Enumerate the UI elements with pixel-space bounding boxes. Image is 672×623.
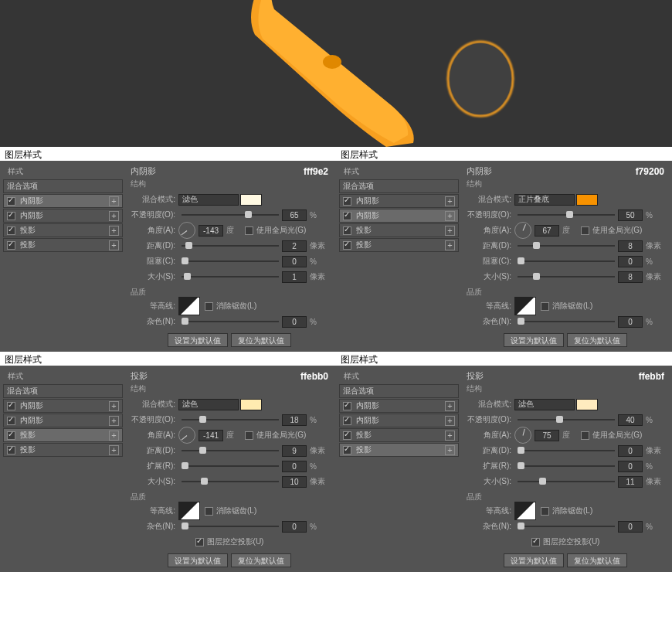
effect-checkbox[interactable]: [343, 431, 351, 440]
effect-item-innerShadow[interactable]: 内阴影 +: [3, 209, 123, 223]
color-swatch[interactable]: [576, 194, 598, 206]
reset-default-button[interactable]: 复位为默认值: [567, 333, 627, 347]
contour-picker[interactable]: [514, 502, 536, 520]
effect-item-innerShadow[interactable]: 内阴影 +: [339, 399, 459, 413]
add-effect-icon[interactable]: +: [445, 211, 455, 221]
choke-spread-value[interactable]: 0: [618, 461, 643, 472]
angle-dial[interactable]: [514, 222, 531, 239]
opacity-value[interactable]: 18: [282, 414, 307, 426]
effect-checkbox[interactable]: [343, 417, 351, 425]
effect-checkbox[interactable]: [7, 197, 15, 206]
effect-checkbox[interactable]: [343, 197, 351, 206]
set-default-button[interactable]: 设置为默认值: [168, 333, 228, 347]
add-effect-icon[interactable]: +: [445, 196, 455, 206]
antialias-checkbox[interactable]: [205, 302, 213, 311]
slider[interactable]: [182, 210, 279, 220]
distance-value[interactable]: 9: [282, 445, 307, 457]
blend-mode-select[interactable]: 滤色: [178, 194, 239, 206]
blend-mode-select[interactable]: 滤色: [514, 399, 575, 410]
angle-value[interactable]: 67: [535, 225, 559, 237]
effect-checkbox[interactable]: [7, 402, 15, 410]
noise-value[interactable]: 0: [282, 521, 307, 533]
add-effect-icon[interactable]: +: [445, 226, 455, 236]
choke-spread-value[interactable]: 0: [282, 461, 307, 472]
effect-item-innerShadow[interactable]: 内阴影 +: [339, 194, 459, 208]
contour-picker[interactable]: [514, 297, 536, 315]
color-swatch[interactable]: [240, 194, 262, 206]
slider[interactable]: [518, 446, 615, 455]
add-effect-icon[interactable]: +: [445, 416, 455, 426]
blend-options-item[interactable]: 混合选项: [3, 384, 123, 398]
global-light-checkbox[interactable]: [245, 431, 253, 440]
choke-spread-value[interactable]: 0: [282, 256, 307, 267]
slider[interactable]: [518, 257, 615, 266]
angle-dial[interactable]: [178, 222, 195, 239]
antialias-checkbox[interactable]: [541, 507, 549, 516]
effect-item-dropShadow[interactable]: 投影 +: [3, 223, 123, 237]
color-swatch[interactable]: [240, 399, 262, 410]
add-effect-icon[interactable]: +: [445, 240, 455, 250]
add-effect-icon[interactable]: +: [445, 431, 455, 441]
effect-checkbox[interactable]: [7, 417, 15, 425]
add-effect-icon[interactable]: +: [109, 401, 119, 411]
slider[interactable]: [182, 477, 279, 486]
slider[interactable]: [182, 415, 279, 424]
reset-default-button[interactable]: 复位为默认值: [231, 553, 291, 567]
noise-value[interactable]: 0: [282, 316, 307, 328]
opacity-value[interactable]: 50: [618, 209, 643, 221]
add-effect-icon[interactable]: +: [109, 445, 119, 455]
angle-dial[interactable]: [178, 427, 195, 444]
size-value[interactable]: 10: [282, 476, 307, 488]
global-light-checkbox[interactable]: [245, 226, 253, 235]
distance-value[interactable]: 8: [618, 240, 643, 252]
color-swatch[interactable]: [576, 399, 598, 410]
effect-item-dropShadow[interactable]: 投影 +: [339, 443, 459, 457]
effect-item-dropShadow[interactable]: 投影 +: [3, 428, 123, 442]
angle-dial[interactable]: [514, 427, 531, 444]
effect-item-dropShadow[interactable]: 投影 +: [339, 428, 459, 442]
effect-checkbox[interactable]: [343, 241, 351, 250]
slider[interactable]: [518, 241, 615, 250]
reset-default-button[interactable]: 复位为默认值: [231, 333, 291, 347]
blend-options-item[interactable]: 混合选项: [339, 384, 459, 398]
antialias-checkbox[interactable]: [541, 302, 549, 311]
effect-checkbox[interactable]: [7, 446, 15, 454]
noise-value[interactable]: 0: [618, 521, 643, 533]
effect-checkbox[interactable]: [343, 226, 351, 235]
size-value[interactable]: 1: [282, 271, 307, 283]
effect-item-dropShadow[interactable]: 投影 +: [339, 223, 459, 237]
effect-item-innerShadow[interactable]: 内阴影 +: [3, 399, 123, 413]
slider[interactable]: [518, 210, 615, 220]
size-value[interactable]: 8: [618, 271, 643, 283]
slider[interactable]: [518, 477, 615, 486]
effect-checkbox[interactable]: [343, 446, 351, 454]
set-default-button[interactable]: 设置为默认值: [504, 333, 564, 347]
blend-mode-select[interactable]: 滤色: [178, 399, 239, 410]
slider[interactable]: [182, 317, 279, 326]
knockout-checkbox[interactable]: [195, 538, 204, 546]
size-value[interactable]: 11: [618, 476, 643, 488]
knockout-checkbox[interactable]: [531, 538, 540, 546]
blend-options-item[interactable]: 混合选项: [339, 179, 459, 193]
effect-item-innerShadow[interactable]: 内阴影 +: [3, 194, 123, 208]
effect-checkbox[interactable]: [343, 212, 351, 220]
angle-value[interactable]: 75: [535, 430, 559, 441]
slider[interactable]: [182, 522, 279, 531]
global-light-checkbox[interactable]: [581, 226, 589, 235]
blend-mode-select[interactable]: 正片叠底: [514, 194, 575, 206]
slider[interactable]: [518, 272, 615, 281]
add-effect-icon[interactable]: +: [109, 240, 119, 250]
add-effect-icon[interactable]: +: [109, 196, 119, 206]
slider[interactable]: [182, 257, 279, 266]
effect-item-innerShadow[interactable]: 内阴影 +: [339, 209, 459, 223]
set-default-button[interactable]: 设置为默认值: [504, 553, 564, 567]
slider[interactable]: [518, 522, 615, 531]
slider[interactable]: [518, 461, 615, 471]
set-default-button[interactable]: 设置为默认值: [168, 553, 228, 567]
add-effect-icon[interactable]: +: [445, 445, 455, 455]
effect-item-dropShadow[interactable]: 投影 +: [3, 443, 123, 457]
blend-options-item[interactable]: 混合选项: [3, 179, 123, 193]
distance-value[interactable]: 2: [282, 240, 307, 252]
add-effect-icon[interactable]: +: [445, 401, 455, 411]
effect-checkbox[interactable]: [343, 402, 351, 410]
